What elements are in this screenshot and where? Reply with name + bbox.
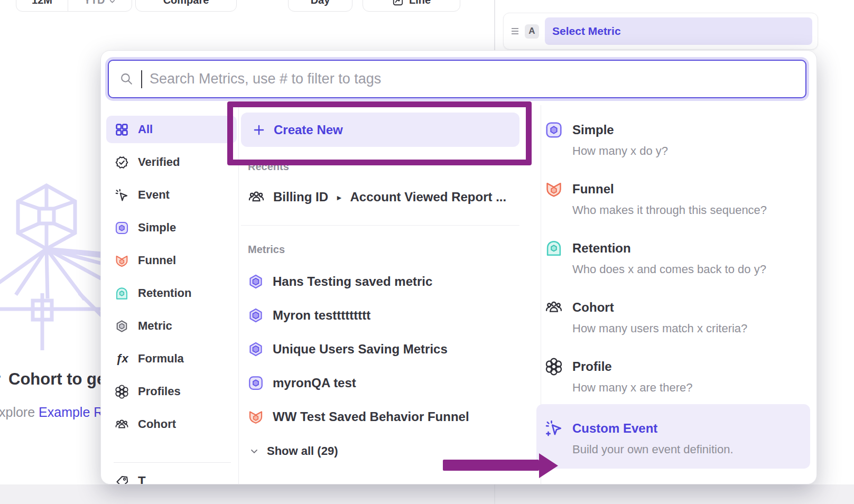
select-metric-button[interactable]: Select Metric [545,17,812,45]
interval-day-button[interactable]: Day [288,0,352,12]
metric-type-title: Funnel [572,181,767,197]
sidebar-item-simple[interactable]: Simple [106,214,237,241]
metric-type-custom-event[interactable]: Custom EventBuild your own event definit… [536,404,810,469]
sidebar-item-formula[interactable]: ƒxFormula [106,345,237,372]
profiles-icon [115,385,129,399]
compare-button[interactable]: Compare [135,0,237,12]
funnel-icon [248,409,264,425]
metric-type-simple[interactable]: SimpleHow many x do y? [536,122,810,170]
search-icon [119,72,134,86]
sidebar-item-label: Event [138,188,170,202]
saved-metric-item[interactable]: WW Test Saved Behavior Funnel [248,403,469,431]
empty-state-subtext: xplore Example R [0,405,103,420]
chevron-down-icon [249,446,259,456]
metric-type-text: FunnelWho makes it through this sequence… [572,181,767,229]
empty-state-illustration [0,176,100,351]
recent-item-secondary: Account Viewed Report ... [350,190,507,204]
retention-icon [115,286,129,301]
metric-type-description: Build your own event definition. [572,443,734,456]
recent-item-billing-id[interactable]: Billing ID ▸ Account Viewed Report ... [248,183,506,211]
example-reports-link-fragment[interactable]: Example R [39,405,103,419]
date-range-segmented-control: 12M YTD [16,0,132,12]
date-range-12m-button[interactable]: 12M [16,0,68,11]
metrics-heading: Metrics [248,244,285,256]
series-a-badge: A [525,24,539,39]
chevron-down-icon [108,0,116,6]
hexagon-icon [248,307,264,323]
simple-icon [545,121,563,170]
saved-metric-label: Myron testtttttttt [273,308,370,323]
sidebar-item-label: Formula [138,352,184,366]
cohort-icon [545,298,563,347]
date-range-ytd-button[interactable]: YTD [68,0,132,11]
drag-handle-icon[interactable] [511,27,519,35]
retention-icon [545,239,563,288]
saved-metric-item[interactable]: myronQA test [248,369,469,397]
sidebar-item-metric[interactable]: Metric [106,312,237,340]
sidebar-item-retention[interactable]: Retention [106,279,237,307]
show-all-label: Show all (29) [267,444,338,458]
metric-type-title: Profile [572,359,692,375]
sidebar-item-event[interactable]: Event [106,181,237,209]
saved-metric-label: WW Test Saved Behavior Funnel [273,409,469,424]
metric-type-funnel[interactable]: FunnelWho makes it through this sequence… [536,181,810,229]
sidebar-item-tags-clipped[interactable]: T [115,474,146,484]
sidebar-item-label: Simple [138,221,176,235]
metric-type-title: Simple [572,122,668,138]
recent-item-primary: Billing ID [273,190,328,204]
annotation-rectangle [227,101,532,165]
sidebar-item-label: Funnel [138,254,176,267]
simple-icon [115,221,129,235]
grid-icon [115,123,129,137]
tag-icon [115,474,129,485]
formula-icon: ƒx [115,352,129,366]
show-all-button[interactable]: Show all (29) [249,442,338,460]
text-cursor [141,70,142,88]
sidebar-item-label: All [138,123,153,136]
sidebar-item-label: Profiles [138,385,181,398]
metric-type-text: Custom EventBuild your own event definit… [572,421,734,469]
simple-icon [248,375,264,391]
hexagon-icon [248,274,264,290]
page-bottom-strip [0,484,854,504]
metric-type-text: CohortHow many users match x criteria? [572,300,747,347]
saved-metric-item[interactable]: Unique Users Saving Metrics [248,335,469,363]
annotation-arrow [439,449,563,482]
saved-metrics-list: Hans Testing saved metricMyron testttttt… [248,268,469,431]
sidebar-item-all[interactable]: All [106,116,237,143]
line-label: Line [409,0,431,6]
sidebar-item-label: T [138,474,146,484]
line-chart-icon [392,0,404,6]
sidebar-item-cohort[interactable]: Cohort [106,410,237,438]
metric-type-title: Custom Event [572,421,734,436]
metric-query-row: A Select Metric [503,13,818,50]
metric-type-description: Who does x and comes back to do y? [572,263,766,276]
metric-type-text: RetentionWho does x and comes back to do… [572,240,766,288]
saved-metric-item[interactable]: Hans Testing saved metric [248,268,469,295]
metric-type-description: How many users match x criteria? [572,322,747,335]
search-input[interactable] [150,71,805,87]
metric-type-list: SimpleHow many x do y?FunnelWho makes it… [536,122,810,469]
cohort-icon [115,417,129,432]
sidebar-item-label: Retention [138,286,191,300]
saved-metric-item[interactable]: Myron testtttttttt [248,302,469,329]
metric-type-description: Who makes it through this sequence? [572,203,767,217]
saved-metric-label: myronQA test [273,376,356,390]
clipped-letter-fragment: r [0,370,1,389]
metric-search-box [108,60,806,98]
sidebar-item-profiles[interactable]: Profiles [106,378,237,405]
metric-type-cohort[interactable]: CohortHow many users match x criteria? [536,300,810,347]
metric-type-profile[interactable]: ProfileHow many x are there? [536,359,810,406]
metric-type-description: How many x are there? [572,381,692,395]
chart-type-line-button[interactable]: Line [363,0,460,12]
metric-type-text: SimpleHow many x do y? [572,122,668,170]
empty-state-heading-fragment: Cohort to ge [8,370,106,389]
metric-type-retention[interactable]: RetentionWho does x and comes back to do… [536,240,810,288]
metric-type-description: How many x do y? [572,144,668,158]
sidebar-item-verified[interactable]: Verified [106,148,237,176]
metric-icon [115,319,129,333]
cohort-icon [248,189,265,206]
saved-metric-label: Hans Testing saved metric [273,274,432,289]
sidebar-item-funnel[interactable]: Funnel [106,247,237,274]
explore-text-fragment: xplore [0,405,39,419]
